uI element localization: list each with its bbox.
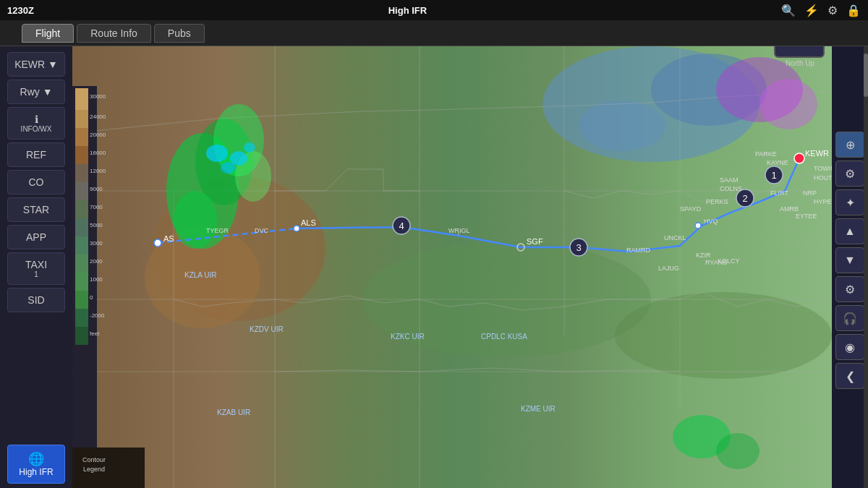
svg-text:24000: 24000 (90, 114, 106, 120)
runway-selector[interactable]: Rwy ▼ (7, 80, 65, 104)
svg-text:9000: 9000 (90, 186, 103, 192)
top-bar: 1230Z High IFR 🔍 ⚡ ⚙ 🔒 (0, 0, 868, 20)
tab-flight[interactable]: Flight (22, 24, 74, 43)
nrp-label: NRP (803, 189, 817, 197)
svg-text:7000: 7000 (90, 204, 103, 210)
tyegr-label: TYEGR (206, 227, 229, 234)
hvq-label: HVQ (704, 218, 718, 225)
parke-label: PARKE (755, 150, 777, 158)
zoom-out-button[interactable]: ▼ (835, 247, 864, 273)
marker-4-label: 4 (399, 221, 404, 231)
dvc-label: DVC (255, 227, 269, 234)
flirt-label: FLIRT (770, 189, 788, 197)
ref-button[interactable]: REF (7, 142, 65, 167)
svg-text:5000: 5000 (90, 222, 103, 228)
gps-button[interactable]: ⊕ (835, 132, 864, 158)
sid-button[interactable]: SID (7, 288, 65, 312)
sidebar: KEWR ▼ Rwy ▼ ℹ INFO/WX REF CO STAR APP T… (0, 46, 72, 488)
time-display: 1230Z (7, 5, 34, 16)
search-icon[interactable]: 🔍 (781, 4, 796, 17)
right-panel: ⊕ ⚙ ✦ ▲ ▼ ⚙ 🎧 ◉ ❮ (832, 46, 868, 488)
svg-point-28 (716, 433, 760, 469)
svg-text:2000: 2000 (90, 258, 103, 265)
taxi-button[interactable]: TAXI 1 (7, 252, 65, 285)
audio-button[interactable]: 🎧 (835, 305, 864, 331)
settings-icon[interactable]: ⚙ (827, 4, 838, 17)
unckl-label: UNCKL (664, 234, 686, 241)
svg-rect-31 (75, 88, 88, 110)
svg-text:1000: 1000 (90, 276, 103, 283)
svg-text:20000: 20000 (90, 132, 106, 138)
map-area[interactable]: KZLA UIR KZDV UIR KZKC UIR CPDLC KUSA KZ… (72, 46, 832, 488)
tab-pubs[interactable]: Pubs (154, 24, 205, 43)
kzme-uir-label: KZME UIR (521, 405, 556, 413)
svg-text:3000: 3000 (90, 240, 103, 247)
ramrd-label: RAMRD (626, 247, 650, 254)
zoom-in-button[interactable]: ▲ (835, 218, 864, 244)
lock-icon[interactable]: 🔒 (846, 4, 861, 17)
svg-point-26 (760, 79, 817, 129)
tab-bar: Flight Route Info Pubs (0, 20, 868, 46)
svg-text:16000: 16000 (90, 150, 106, 156)
perks-label: PERKS (706, 198, 728, 205)
high-ifr-button[interactable]: 🌐 High IFR (7, 445, 65, 484)
waypoint-kewr (794, 153, 804, 163)
expand-button[interactable]: ❮ (835, 363, 864, 389)
kzab-uir-label: KZAB UIR (217, 408, 250, 416)
svg-text:12000: 12000 (90, 168, 106, 174)
svg-text:Contour: Contour (82, 456, 106, 463)
svg-rect-32 (75, 110, 88, 128)
marker-2-label: 2 (742, 193, 747, 204)
sgf-label: SGF (527, 237, 543, 246)
waypoint-hvq (695, 223, 701, 228)
waypoint-as (154, 239, 161, 247)
svg-rect-35 (75, 164, 88, 182)
co-button[interactable]: CO (7, 170, 65, 194)
kzir-label: KZIR (696, 252, 711, 259)
saam-label: SAAM (720, 176, 739, 184)
marker-1-label: 1 (771, 170, 776, 181)
kzkc-uir-label: KZKC UIR (391, 333, 425, 341)
svg-text:0: 0 (90, 294, 93, 301)
tab-route-info[interactable]: Route Info (77, 24, 151, 43)
svg-point-3 (579, 100, 665, 151)
svg-rect-41 (75, 273, 88, 291)
spayd-label: SPAYD (680, 205, 702, 213)
svg-text:feet: feet (90, 330, 100, 337)
marker-3-label: 3 (576, 242, 581, 253)
svg-rect-34 (75, 146, 88, 164)
svg-point-21 (206, 145, 228, 162)
svg-rect-38 (75, 218, 88, 236)
kzla-uir-label: KZLA UIR (184, 271, 216, 279)
svg-rect-36 (75, 182, 88, 200)
svg-text:Legend: Legend (83, 466, 105, 473)
star-button[interactable]: STAR (7, 197, 65, 222)
kzdv-uir-label: KZDV UIR (250, 325, 284, 333)
hyper-label: HYPER (814, 198, 832, 205)
svg-rect-44 (75, 327, 88, 345)
svg-rect-39 (75, 236, 88, 254)
map-layers-button[interactable]: ⚙ (835, 160, 864, 187)
svg-text:-2000: -2000 (90, 312, 105, 319)
colns-label: COLNS (720, 185, 742, 192)
kewr-label: KEWR (805, 149, 829, 158)
towin-label: TOWIN (814, 165, 832, 172)
kayne-label: KAYNE (767, 159, 788, 166)
mode-button[interactable]: ◉ (835, 334, 864, 360)
overlay-button[interactable]: ⚙ (835, 276, 864, 302)
as-label: AS (163, 234, 174, 243)
svg-text:30000: 30000 (90, 93, 106, 100)
layers-icon[interactable]: ⚡ (804, 4, 819, 17)
als-label: ALS (301, 218, 316, 227)
airport-selector[interactable]: KEWR ▼ (7, 52, 65, 77)
toolbar-icons: 🔍 ⚡ ⚙ 🔒 (781, 4, 861, 17)
svg-rect-33 (75, 128, 88, 146)
lajug-label: LAJUG (658, 265, 679, 272)
info-wx-button[interactable]: ℹ INFO/WX (7, 107, 65, 140)
cpdlc-kusa-label: CPDLC KUSA (481, 333, 527, 341)
svg-rect-40 (75, 254, 88, 273)
svg-point-23 (221, 162, 235, 174)
eytee-label: EYTEE (796, 213, 817, 220)
app-button[interactable]: APP (7, 225, 65, 249)
pointer-button[interactable]: ✦ (835, 189, 864, 215)
